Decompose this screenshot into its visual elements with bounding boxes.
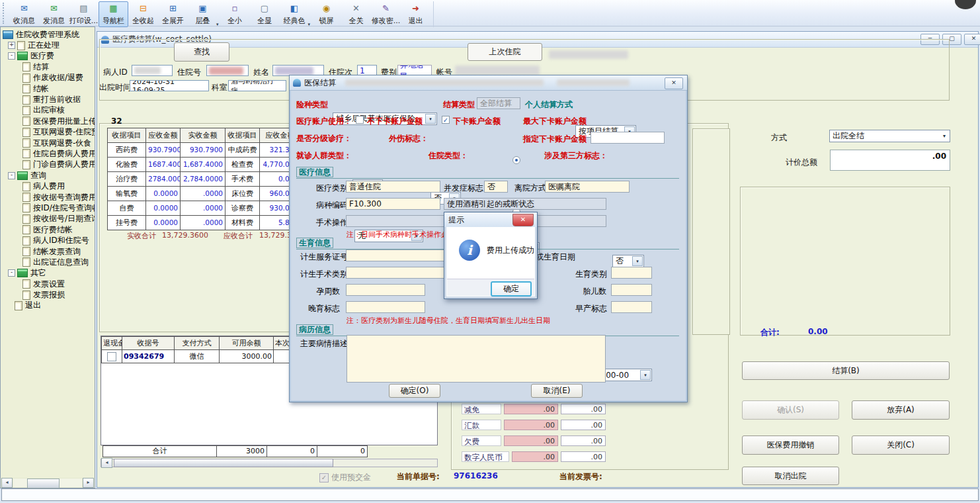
refund-checkbox-cell[interactable] — [102, 350, 122, 363]
tree-label: 门诊自费病人费用上传 — [33, 159, 95, 170]
tree-item-reprint-receipt[interactable]: 重打当前收据 — [3, 94, 95, 105]
print-settings-button[interactable]: ▤打印设... — [69, 1, 99, 27]
exit-icon: ➜ — [410, 3, 422, 13]
tree-item-void-receipt[interactable]: 作废收据/退费 — [3, 73, 95, 83]
tree-node-medical-fee[interactable]: -医疗费 — [3, 51, 95, 62]
fetus-field[interactable] — [611, 284, 652, 296]
show-all-button[interactable]: ▢全显 — [250, 1, 280, 27]
disease-code-field[interactable]: F10.300 — [346, 198, 440, 210]
tree-item-net-refund-meal[interactable]: 互联网退费-伙食 — [3, 138, 95, 148]
tree-item-invoice-query[interactable]: 结帐发票查询 — [3, 246, 95, 257]
send-message-button[interactable]: ✉发消息 — [39, 1, 69, 27]
remittance-input[interactable]: .00 — [561, 420, 606, 430]
confirm-button[interactable]: 确认(S) — [742, 400, 839, 420]
refund-checkbox[interactable] — [107, 352, 116, 361]
expand-toggle-icon[interactable]: - — [8, 172, 15, 179]
cascade-windows-button[interactable]: ▣层叠 — [188, 1, 218, 27]
scrollbar-track[interactable] — [13, 479, 82, 487]
scroll-left-icon[interactable]: ◂ — [1, 478, 13, 488]
tree-item-query-by-id[interactable]: 按ID/住院号查询收据 — [3, 203, 95, 213]
settle-button[interactable]: 结算(B) — [742, 361, 950, 380]
tree-item-outpatient-self-upload[interactable]: 门诊自费病人费用上传 — [3, 160, 95, 170]
lock-screen-button[interactable]: ◉锁屏 — [311, 1, 341, 27]
tree-item-mi-batch-upload[interactable]: 医保费用批量上传 — [3, 116, 95, 126]
tree-item-checkout[interactable]: 结帐 — [3, 83, 95, 94]
weeks-field[interactable] — [346, 284, 425, 296]
tree-root[interactable]: 住院收费管理系统 — [3, 29, 95, 40]
tree-item-query-by-date[interactable]: 按收据号/日期查询收据 — [3, 214, 95, 224]
close-icon[interactable]: ✕ — [964, 34, 980, 45]
desc-textarea[interactable] — [347, 335, 606, 383]
mi-fee-cancel-button[interactable]: 医保费用撤销 — [742, 435, 839, 455]
sidebar-hscrollbar[interactable]: ◂ ▸ — [1, 478, 94, 488]
specify-card-input[interactable] — [591, 132, 665, 144]
cancel-discharge-button[interactable]: 取消出院 — [742, 467, 839, 485]
tree-item-settle[interactable]: 结算 — [3, 62, 95, 72]
scrollbar-thumb[interactable] — [114, 459, 333, 467]
birth-type-field[interactable] — [611, 267, 652, 279]
premature-field[interactable] — [611, 301, 652, 313]
tree-item-exit[interactable]: 退出 — [3, 300, 95, 311]
abandon-button[interactable]: 放弃(A) — [852, 400, 950, 420]
close-all-button[interactable]: ✕全关 — [341, 1, 371, 27]
dialog-close-icon[interactable]: ✕ — [665, 77, 683, 89]
expand-toggle-icon[interactable]: - — [8, 269, 15, 277]
change-password-button[interactable]: ✎修改密... — [371, 1, 401, 27]
service-no-field[interactable] — [346, 250, 446, 261]
deposit-hscrollbar[interactable]: ◂ — [101, 459, 438, 467]
classic-color-dropdown-arrow[interactable]: ▾ — [308, 22, 311, 27]
scrollbar-thumb[interactable] — [27, 479, 60, 488]
expand-all-button[interactable]: ⊞全展开 — [158, 1, 188, 27]
arrears-input[interactable]: .00 — [561, 435, 606, 446]
deduction-input[interactable]: .00 — [561, 404, 606, 414]
expand-toggle-icon[interactable]: - — [8, 52, 15, 60]
card-checkbox[interactable]: ✓ — [442, 116, 450, 124]
settle-mode-select[interactable]: 出院全结▾ — [829, 130, 950, 142]
tree-item-patient-fee[interactable]: 病人费用 — [3, 181, 95, 191]
close-button[interactable]: 关闭(C) — [852, 435, 950, 455]
tree-item-medfee-checkout[interactable]: 医疗费结帐 — [3, 224, 95, 235]
tree-item-patient-id-admno[interactable]: 病人ID和住院号 — [3, 235, 95, 246]
use-deposit-checkbox[interactable]: ✓ — [319, 473, 329, 482]
cascade-dropdown-arrow[interactable]: ▾ — [216, 22, 219, 27]
tree-item-inpatient-self-upload[interactable]: 住院自费病人费用上传 — [3, 148, 95, 159]
button-label: 打印设... — [69, 16, 99, 26]
no-card-checkbox[interactable] — [356, 116, 364, 124]
minimize-all-button[interactable]: ▫全小 — [220, 1, 250, 27]
tree-node-other[interactable]: -其它 — [3, 268, 95, 279]
dialog-titlebar[interactable]: 医保结算 — [290, 75, 687, 91]
tree-item-invoice-settings[interactable]: 发票设置 — [3, 279, 95, 289]
tree-item-discharge-review[interactable]: 出院审核 — [3, 105, 95, 116]
third-party-select[interactable]: 否▾ — [612, 255, 644, 267]
scroll-left-icon[interactable]: ◂ — [101, 458, 112, 468]
collapse-all-button[interactable]: ⊟全收起 — [128, 1, 158, 27]
tree-item-net-refund-deposit[interactable]: 互联网退费-住院预交 — [3, 127, 95, 138]
med-class-field[interactable]: 普通住院 — [346, 181, 440, 193]
expand-toggle-icon[interactable]: + — [8, 42, 15, 49]
tree-item-query-by-receipt[interactable]: 按收据号查询费用明细 — [3, 192, 95, 203]
tree-item-invoice-damage[interactable]: 发票报损 — [3, 289, 95, 300]
tree-node-query[interactable]: -查询 — [3, 170, 95, 181]
complication-field[interactable]: 否 — [484, 181, 508, 193]
prompt-ok-button[interactable]: 确定 — [491, 281, 532, 297]
tree-item-discharge-cert-query[interactable]: 出院证信息查询 — [3, 257, 95, 267]
previous-admission-button[interactable]: 上次住院 — [468, 43, 542, 61]
tree-node-processing[interactable]: +正在处理 — [3, 40, 95, 50]
prompt-close-icon[interactable]: ✕ — [512, 214, 534, 226]
exit-button[interactable]: ➜退出 — [401, 1, 430, 27]
classic-color-button[interactable]: ◧经典色 — [280, 1, 309, 27]
max-card-radio[interactable] — [512, 156, 520, 164]
navigation-panel-button[interactable]: ▦导航栏 — [99, 1, 128, 27]
find-button[interactable]: 查找 — [174, 42, 229, 62]
late-birth-field[interactable] — [346, 301, 425, 313]
receive-message-button[interactable]: ✉收消息 — [9, 1, 39, 27]
birth-surgery-field[interactable] — [346, 267, 446, 279]
admission-no-field[interactable] — [206, 65, 249, 76]
dialog-ok-button[interactable]: 确定(O) — [389, 384, 440, 398]
patient-id-field[interactable] — [132, 65, 173, 76]
dialog-cancel-button[interactable]: 取消(E) — [531, 384, 583, 398]
toolbar-drag-handle[interactable] — [3, 3, 7, 24]
digital-rmb-input[interactable]: .00 — [561, 451, 606, 462]
leave-mode-field[interactable]: 医嘱离院 — [545, 181, 630, 193]
scroll-right-icon[interactable]: ▸ — [83, 478, 94, 488]
